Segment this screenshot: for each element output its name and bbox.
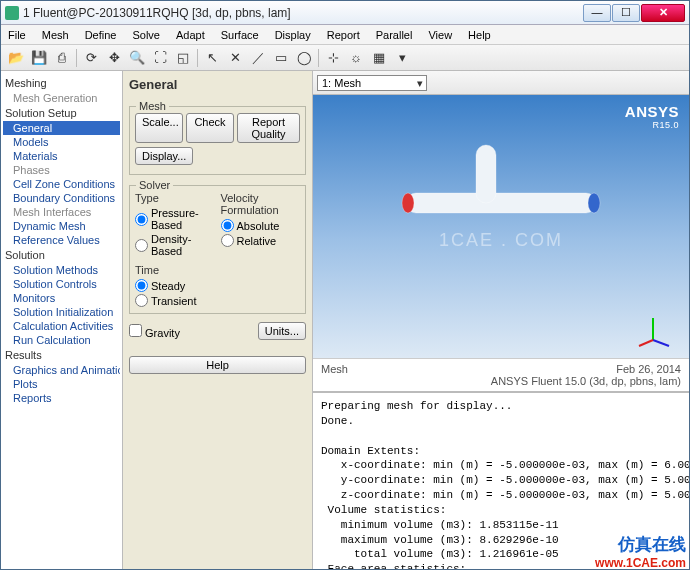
nav-group-meshing: Meshing <box>3 75 120 91</box>
save-icon[interactable]: 💾 <box>28 48 50 68</box>
nav-mesh-interfaces[interactable]: Mesh Interfaces <box>3 205 120 219</box>
relative-radio[interactable]: Relative <box>221 233 301 248</box>
outline-tree[interactable]: Meshing Mesh Generation Solution Setup G… <box>1 71 123 569</box>
line-icon[interactable]: ／ <box>247 48 269 68</box>
rotate-icon[interactable]: ⟳ <box>80 48 102 68</box>
zoom-in-icon[interactable]: 🔍 <box>126 48 148 68</box>
fit-icon[interactable]: ◱ <box>172 48 194 68</box>
steady-radio[interactable]: Steady <box>135 278 300 293</box>
gravity-checkbox[interactable]: Gravity <box>129 324 180 339</box>
view-dropdown[interactable]: 1: Mesh <box>317 75 427 91</box>
svg-rect-1 <box>476 145 496 203</box>
menu-help[interactable]: Help <box>465 27 494 43</box>
check-button[interactable]: Check <box>186 113 234 143</box>
nav-group-solution-setup: Solution Setup <box>3 105 120 121</box>
mesh-legend: Mesh <box>136 100 169 112</box>
transient-radio[interactable]: Transient <box>135 293 300 308</box>
help-button[interactable]: Help <box>129 356 306 374</box>
nav-models[interactable]: Models <box>3 135 120 149</box>
zoom-box-icon[interactable]: ⛶ <box>149 48 171 68</box>
viewport-footer: Mesh Feb 26, 2014 ANSYS Fluent 15.0 (3d,… <box>313 358 689 391</box>
box-icon[interactable]: ▭ <box>270 48 292 68</box>
nav-phases[interactable]: Phases <box>3 163 120 177</box>
separator-icon <box>197 49 198 67</box>
nav-plots[interactable]: Plots <box>3 377 120 391</box>
titlebar: 1 Fluent@PC-20130911RQHQ [3d, dp, pbns, … <box>1 1 689 25</box>
density-based-radio[interactable]: Density-Based <box>135 232 215 258</box>
nav-cell-zone-conditions[interactable]: Cell Zone Conditions <box>3 177 120 191</box>
open-icon[interactable]: 📂 <box>5 48 27 68</box>
nav-calculation-activities[interactable]: Calculation Activities <box>3 319 120 333</box>
close-button[interactable]: ✕ <box>641 4 685 22</box>
scale-button[interactable]: Scale... <box>135 113 183 143</box>
watermark: 1CAE . COM <box>439 229 563 250</box>
footer-date: Feb 26, 2014 <box>491 363 681 375</box>
layout-icon[interactable]: ▦ <box>368 48 390 68</box>
select-icon[interactable]: ↖ <box>201 48 223 68</box>
menu-surface[interactable]: Surface <box>218 27 262 43</box>
probe-icon[interactable]: ✕ <box>224 48 246 68</box>
text-console[interactable]: Preparing mesh for display... Done. Doma… <box>313 391 689 569</box>
svg-line-5 <box>653 340 669 346</box>
print-icon[interactable]: ⎙ <box>51 48 73 68</box>
menu-define[interactable]: Define <box>82 27 120 43</box>
absolute-radio[interactable]: Absolute <box>221 218 301 233</box>
axis-triad-icon <box>635 312 671 348</box>
nav-run-calculation[interactable]: Run Calculation <box>3 333 120 347</box>
nav-solution-controls[interactable]: Solution Controls <box>3 277 120 291</box>
maximize-button[interactable]: ☐ <box>612 4 640 22</box>
nav-monitors[interactable]: Monitors <box>3 291 120 305</box>
nav-materials[interactable]: Materials <box>3 149 120 163</box>
toolbar: 📂 💾 ⎙ ⟳ ✥ 🔍 ⛶ ◱ ↖ ✕ ／ ▭ ◯ ⊹ ☼ ▦ ▾ <box>1 45 689 71</box>
menu-view[interactable]: View <box>425 27 455 43</box>
minimize-button[interactable]: — <box>583 4 611 22</box>
menu-solve[interactable]: Solve <box>129 27 163 43</box>
mesh-model <box>356 135 616 275</box>
nav-general[interactable]: General <box>3 121 120 135</box>
window-buttons: — ☐ ✕ <box>583 4 685 22</box>
menu-mesh[interactable]: Mesh <box>39 27 72 43</box>
menubar: File Mesh Define Solve Adapt Surface Dis… <box>1 25 689 45</box>
pan-icon[interactable]: ✥ <box>103 48 125 68</box>
menu-report[interactable]: Report <box>324 27 363 43</box>
menu-display[interactable]: Display <box>272 27 314 43</box>
nav-graphics-animations[interactable]: Graphics and Animations <box>3 363 120 377</box>
display-button[interactable]: Display... <box>135 147 193 165</box>
svg-point-3 <box>588 193 600 213</box>
right-panel: 1: Mesh ANSYS R15.0 1CAE . COM <box>313 71 689 569</box>
svg-point-2 <box>402 193 414 213</box>
nav-mesh-generation[interactable]: Mesh Generation <box>3 91 120 105</box>
footer-left: Mesh <box>321 363 348 387</box>
dropdown-icon[interactable]: ▾ <box>391 48 413 68</box>
axis-icon[interactable]: ⊹ <box>322 48 344 68</box>
solver-legend: Solver <box>136 179 173 191</box>
view-header: 1: Mesh <box>313 71 689 95</box>
nav-reference-values[interactable]: Reference Values <box>3 233 120 247</box>
taskpanel-title: General <box>129 75 306 96</box>
task-panel: General Mesh Scale... Check Report Quali… <box>123 71 313 569</box>
menu-file[interactable]: File <box>5 27 29 43</box>
menu-adapt[interactable]: Adapt <box>173 27 208 43</box>
body: Meshing Mesh Generation Solution Setup G… <box>1 71 689 569</box>
nav-dynamic-mesh[interactable]: Dynamic Mesh <box>3 219 120 233</box>
light-icon[interactable]: ☼ <box>345 48 367 68</box>
app-window: 1 Fluent@PC-20130911RQHQ [3d, dp, pbns, … <box>0 0 690 570</box>
svg-line-6 <box>639 340 653 346</box>
nav-boundary-conditions[interactable]: Boundary Conditions <box>3 191 120 205</box>
units-button[interactable]: Units... <box>258 322 306 340</box>
report-quality-button[interactable]: Report Quality <box>237 113 300 143</box>
velocity-label: Velocity Formulation <box>221 192 301 216</box>
nav-solution-methods[interactable]: Solution Methods <box>3 263 120 277</box>
mesh-group: Mesh Scale... Check Report Quality Displ… <box>129 106 306 175</box>
pressure-based-radio[interactable]: Pressure-Based <box>135 206 215 232</box>
solver-group: Solver Type Pressure-Based Density-Based… <box>129 185 306 314</box>
ansys-logo: ANSYS R15.0 <box>625 103 679 130</box>
app-icon <box>5 6 19 20</box>
separator-icon <box>318 49 319 67</box>
lasso-icon[interactable]: ◯ <box>293 48 315 68</box>
nav-solution-initialization[interactable]: Solution Initialization <box>3 305 120 319</box>
graphics-viewport[interactable]: ANSYS R15.0 1CAE . COM <box>313 95 689 358</box>
nav-reports[interactable]: Reports <box>3 391 120 405</box>
menu-parallel[interactable]: Parallel <box>373 27 416 43</box>
type-label: Type <box>135 192 215 204</box>
